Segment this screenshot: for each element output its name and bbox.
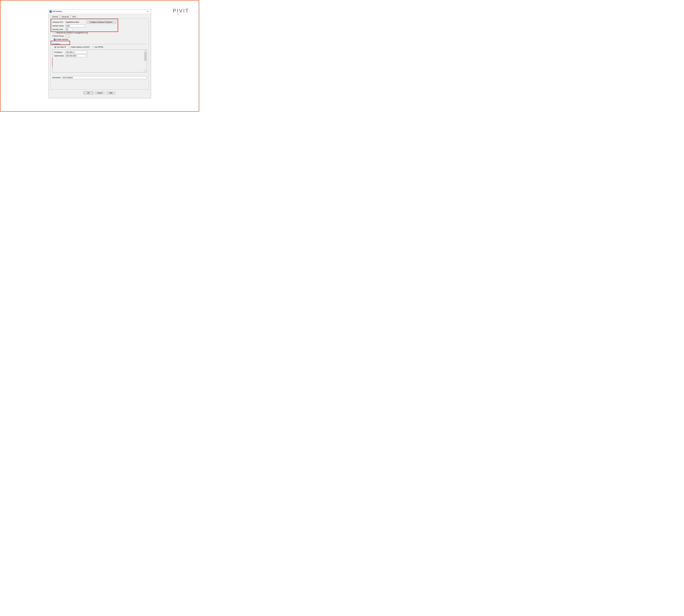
subnet-mask-label: Subnet Mask:	[54, 55, 65, 57]
dedicate-mgmt-checkbox[interactable]	[54, 32, 55, 34]
subnet-mask-combo[interactable]: ▾	[65, 54, 87, 57]
tab-advanced[interactable]: Advanced	[60, 15, 71, 19]
tab-general[interactable]: General	[50, 15, 60, 19]
ok-button[interactable]: OK	[84, 91, 93, 94]
app-icon	[49, 10, 52, 13]
interface-name-input[interactable]	[66, 24, 85, 27]
ip-address-group-label: IP Address	[52, 43, 60, 45]
description-input[interactable]	[62, 76, 147, 79]
radio-dhcp[interactable]: Obtain Address via DHCP	[69, 46, 90, 48]
ip-settings-panel: IP Address: Subnet Mask: ▾ ʌ v	[52, 49, 147, 72]
titlebar: Edit Interface ×	[48, 9, 151, 14]
help-button[interactable]: Help	[106, 91, 116, 94]
dialog-footer: OK Cancel Help	[50, 89, 149, 96]
security-level-input[interactable]	[66, 28, 72, 31]
security-level-label: Security Level:	[52, 28, 66, 30]
hardware-port-value: GigabitEthernet0/2	[66, 21, 87, 23]
enable-interface-label: Enable Interface	[56, 39, 68, 40]
scroll-thumb[interactable]	[144, 52, 146, 61]
cancel-button[interactable]: Cancel	[95, 91, 105, 94]
scroll-down-icon[interactable]: v	[144, 70, 146, 72]
scrollbar[interactable]: ʌ v	[144, 50, 146, 72]
tab-content-general: Hardware Port: GigabitEthernet0/2 Config…	[50, 18, 149, 89]
ip-address-group-title: IP Address	[52, 43, 147, 45]
ip-mode-radio-group: Use Static IP Obtain Address via DHCP Us…	[54, 46, 147, 48]
ip-address-input[interactable]	[65, 51, 87, 54]
tab-ipv6[interactable]: IPv6	[71, 15, 77, 19]
dedicate-mgmt-label: Dedicate this interface to management on…	[56, 32, 88, 34]
close-icon[interactable]: ×	[145, 10, 150, 13]
edit-interface-dialog: Edit Interface × General Advanced IPv6 H…	[48, 9, 151, 98]
radio-static-ip[interactable]: Use Static IP	[54, 46, 66, 48]
ip-address-label: IP Address:	[54, 51, 65, 53]
scroll-up-icon[interactable]: ʌ	[144, 50, 146, 52]
brand-logo: PIVIT	[173, 8, 189, 14]
enable-interface-checkbox[interactable]	[54, 39, 55, 40]
hardware-port-label: Hardware Port:	[52, 21, 66, 23]
window-title: Edit Interface	[52, 10, 145, 13]
channel-group-label: Channel Group:	[52, 35, 66, 37]
channel-group-input	[66, 35, 70, 37]
description-label: Description:	[52, 76, 62, 79]
radio-pppoe[interactable]: Use PPPoE	[92, 46, 103, 48]
configure-hardware-button[interactable]: Configure Hardware Properties...	[87, 21, 116, 24]
chevron-down-icon[interactable]: ▾	[85, 55, 87, 57]
subnet-mask-input[interactable]	[66, 54, 85, 57]
interface-name-label: Interface Name:	[52, 25, 66, 27]
tab-bar: General Advanced IPv6	[50, 15, 149, 19]
